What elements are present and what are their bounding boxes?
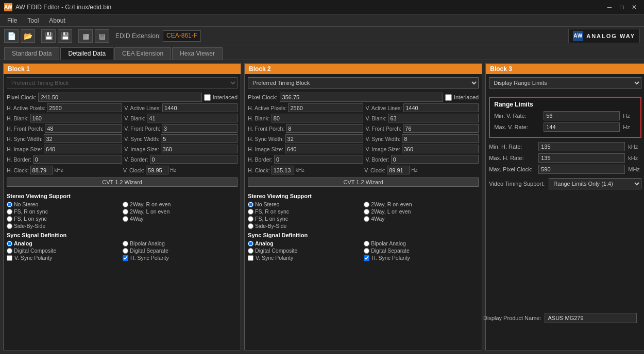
- b1-4way[interactable]: 4Way: [123, 216, 238, 222]
- b1-no-stereo[interactable]: No Stereo: [7, 201, 122, 207]
- save-button[interactable]: 💾: [41, 29, 56, 43]
- max-pixel-clock-input[interactable]: [538, 165, 625, 174]
- b2-2way-r-even[interactable]: 2Way, R on even: [364, 201, 479, 207]
- b1-vborder-input[interactable]: [150, 155, 238, 164]
- b1-hsw-input[interactable]: [44, 134, 122, 143]
- block1-header: Block 1: [4, 64, 241, 74]
- b2-vblank-label: V. Blank:: [365, 115, 386, 121]
- b2-sync-digital-sep[interactable]: Digital Separate: [364, 247, 479, 254]
- b1-vblank-input[interactable]: [147, 114, 238, 122]
- tab-standard-data[interactable]: Standard Data: [4, 47, 59, 60]
- b2-hfp-input[interactable]: [286, 124, 363, 133]
- block2-interlaced-check[interactable]: Interlaced: [445, 94, 479, 101]
- maximize-button[interactable]: □: [616, 2, 628, 12]
- b1-vis-input[interactable]: [161, 145, 238, 153]
- b2-his-input[interactable]: [285, 145, 363, 153]
- b2-no-stereo[interactable]: No Stereo: [248, 201, 363, 207]
- block2-pixel-clock-input[interactable]: [280, 93, 443, 102]
- b1-2way-l-even[interactable]: 2Way, L on even: [123, 208, 238, 215]
- b2-vclk-input[interactable]: [387, 166, 410, 174]
- extension-value: CEA-861-F: [163, 30, 201, 42]
- b2-hfp-label: H. Front Porch:: [248, 126, 284, 132]
- block1-cvt-button[interactable]: CVT 1.2 Wizard: [7, 178, 238, 187]
- b1-hfp-input[interactable]: [45, 124, 122, 133]
- min-v-rate-input[interactable]: [544, 111, 620, 120]
- b1-2way-r-even[interactable]: 2Way, R on even: [123, 201, 238, 207]
- b2-vsw-input[interactable]: [402, 134, 479, 143]
- b1-hborder-input[interactable]: [33, 155, 122, 164]
- b1-hsync-pol[interactable]: H. Sync Polarity: [123, 255, 238, 261]
- block2-dropdown[interactable]: Preferred Timing Block: [248, 77, 479, 88]
- b2-sync-digital-comp[interactable]: Digital Composite: [248, 247, 363, 254]
- b2-vsw-label: V. Sync Width:: [365, 136, 400, 142]
- b1-fs-r-sync[interactable]: FS, R on sync: [7, 208, 122, 215]
- b2-fs-r-sync[interactable]: FS, R on sync: [248, 208, 363, 215]
- menu-about[interactable]: About: [44, 16, 70, 25]
- b2-sync-analog[interactable]: Analog: [248, 240, 363, 246]
- grid-button[interactable]: ▦: [78, 29, 93, 43]
- range-limits-title: Range Limits: [494, 101, 636, 108]
- table-button[interactable]: ▤: [95, 29, 109, 43]
- b2-sync-bipolar[interactable]: Bipolar Analog: [364, 240, 479, 246]
- b2-hborder-label: H. Border:: [248, 156, 273, 163]
- save-as-button[interactable]: 💾: [58, 29, 72, 43]
- b1-sync-analog[interactable]: Analog: [7, 240, 122, 246]
- b2-vfp-input[interactable]: [403, 124, 479, 133]
- b1-sync-digital-comp[interactable]: Digital Composite: [7, 247, 122, 254]
- open-button[interactable]: 📂: [21, 29, 35, 43]
- b1-hblank-input[interactable]: [30, 114, 123, 122]
- b1-vsync-pol[interactable]: V. Sync Polarity: [7, 255, 122, 261]
- min-h-rate-input[interactable]: [538, 142, 625, 151]
- b2-fs-l-sync[interactable]: FS, L on sync: [248, 216, 363, 222]
- b2-side-by-side[interactable]: Side-By-Side: [248, 223, 363, 229]
- b2-hclk-input[interactable]: [272, 166, 294, 174]
- b2-hblank-input[interactable]: [272, 114, 364, 122]
- b2-hsw-input[interactable]: [285, 134, 364, 143]
- b2-vsync-pol[interactable]: V. Sync Polarity: [248, 255, 363, 261]
- b2-2way-l-even[interactable]: 2Way, L on even: [364, 208, 479, 215]
- b2-val-input[interactable]: [403, 103, 479, 112]
- b1-vsw-input[interactable]: [161, 134, 238, 143]
- b2-hap-input[interactable]: [288, 103, 363, 112]
- b1-hap-input[interactable]: [47, 103, 122, 112]
- b1-hblank-label: H. Blank:: [7, 115, 29, 121]
- b2-vblank-input[interactable]: [388, 114, 479, 122]
- b2-vis-label: V. Image Size:: [365, 146, 400, 152]
- min-v-rate-label: Min. V. Rate:: [494, 113, 540, 119]
- block1-pixel-clock-input[interactable]: [38, 93, 201, 102]
- b1-sync-digital-sep[interactable]: Digital Separate: [123, 247, 238, 254]
- b1-vclk-input[interactable]: [146, 166, 168, 174]
- tab-hexa-viewer[interactable]: Hexa Viewer: [172, 47, 223, 60]
- b1-fs-l-sync[interactable]: FS, L on sync: [7, 216, 122, 222]
- b1-vborder-label: V. Border:: [124, 156, 148, 163]
- b1-side-by-side[interactable]: Side-By-Side: [7, 223, 122, 229]
- menu-tool[interactable]: Tool: [22, 16, 44, 25]
- b2-hclk-unit: kHz: [296, 167, 304, 173]
- b1-val-input[interactable]: [162, 103, 238, 112]
- close-button[interactable]: ✕: [629, 2, 640, 12]
- max-h-rate-input[interactable]: [538, 153, 625, 163]
- block1-dropdown[interactable]: Preferred Timing Block: [7, 77, 238, 88]
- b1-his-input[interactable]: [44, 145, 122, 153]
- menu-file[interactable]: File: [2, 16, 22, 25]
- b1-vfp-input[interactable]: [162, 124, 238, 133]
- tab-detailed-data[interactable]: Detailed Data: [60, 47, 113, 60]
- b2-hsync-pol[interactable]: H. Sync Polarity: [364, 255, 479, 261]
- max-v-rate-input[interactable]: [544, 122, 620, 132]
- block3-dropdown[interactable]: Display Range Limits: [489, 77, 641, 88]
- block2-cvt-button[interactable]: CVT 1.2 Wizard: [248, 178, 479, 187]
- b1-hclk-input[interactable]: [30, 166, 53, 174]
- b1-sync-bipolar[interactable]: Bipolar Analog: [123, 240, 238, 246]
- b2-vis-input[interactable]: [402, 145, 479, 153]
- b2-4way[interactable]: 4Way: [364, 216, 479, 222]
- b2-hborder-input[interactable]: [274, 155, 363, 164]
- tab-cea-extension[interactable]: CEA Extension: [114, 47, 171, 60]
- minimize-button[interactable]: ─: [604, 2, 615, 12]
- new-button[interactable]: 📄: [4, 29, 19, 43]
- block1-interlaced-check[interactable]: Interlaced: [204, 94, 238, 101]
- b2-vborder-input[interactable]: [391, 155, 479, 164]
- b2-hblank-label: H. Blank:: [248, 115, 270, 121]
- video-timing-select[interactable]: Range Limits Only (1.4): [549, 178, 641, 189]
- b1-vclk-label: V. Clock:: [123, 167, 144, 173]
- b2-vclk-label: V. Clock:: [364, 167, 385, 173]
